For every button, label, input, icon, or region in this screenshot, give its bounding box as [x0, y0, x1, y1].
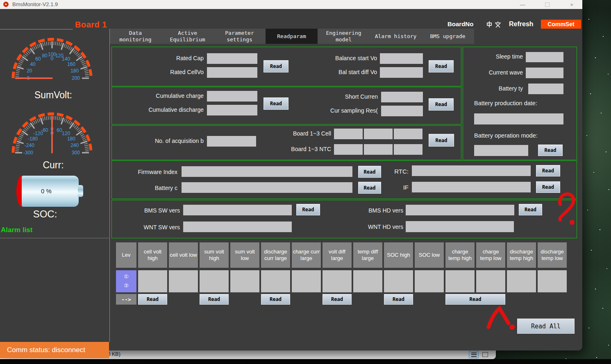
bms-hd-input[interactable] — [406, 205, 514, 215]
read-bms-hd-button[interactable]: Read — [519, 204, 542, 215]
wnt-hd-label: WNT HD vers — [350, 224, 403, 230]
tab-engineering-model[interactable]: Engineeringmodel — [318, 29, 370, 44]
cumulative-discharge-input[interactable] — [207, 105, 257, 115]
table-read-button[interactable]: Read — [384, 294, 413, 305]
read-balance-button[interactable]: Read — [429, 60, 454, 72]
board3-cell-input[interactable] — [394, 129, 422, 139]
read-short-current-button[interactable]: Read — [429, 98, 454, 111]
read-acquisition-button[interactable]: Read — [429, 134, 454, 147]
read-battery-info-button[interactable]: Read — [538, 145, 563, 156]
table-read-button[interactable]: Read — [445, 294, 505, 305]
wnt-sw-input[interactable] — [183, 222, 292, 232]
commset-button[interactable]: CommSet — [541, 20, 581, 29]
read-battery-c-button[interactable]: Read — [358, 182, 381, 194]
board1-cell-input[interactable] — [334, 129, 363, 139]
footer-spacer — [415, 294, 444, 305]
soc-value: 0 % — [22, 188, 71, 194]
thumbnail-view-icon[interactable] — [480, 351, 490, 358]
alarm-value-cell[interactable] — [261, 270, 290, 292]
app-body: Board 1 BoardNo Refresh CommSet Datamoni… — [0, 9, 582, 350]
rated-cap-input[interactable] — [207, 53, 257, 64]
alarm-value-cell[interactable] — [169, 270, 198, 292]
sleep-time-input[interactable] — [526, 52, 563, 62]
current-wave-input[interactable] — [526, 68, 563, 78]
table-read-button[interactable]: Read — [138, 294, 167, 305]
bms-sw-input[interactable] — [183, 205, 292, 215]
tab-parameter-settings[interactable]: Parametersettings — [214, 29, 266, 44]
alarm-table-header: Levcell volt highcell volt lowsum volt h… — [116, 242, 567, 268]
svg-text:80: 80 — [42, 53, 48, 59]
battery-c-input[interactable] — [182, 182, 352, 193]
boardno-button[interactable]: BoardNo — [447, 20, 473, 27]
short-current-input[interactable] — [381, 92, 423, 102]
balance-start-input[interactable] — [380, 53, 423, 64]
battery-type-input[interactable] — [528, 84, 563, 94]
read-all-button[interactable]: Read All — [517, 319, 575, 334]
bal-start-diff-label: Bal start diff Vo — [316, 69, 377, 75]
alarm-value-cell[interactable] — [476, 270, 505, 292]
alarm-value-cell[interactable] — [138, 270, 167, 292]
alarm-table-body: ①② — [116, 270, 567, 292]
read-rated-button[interactable]: Read — [263, 60, 288, 72]
production-date-input[interactable] — [474, 113, 563, 124]
table-read-button[interactable]: Read — [323, 294, 352, 305]
read-bms-sw-button[interactable]: Read — [296, 204, 320, 215]
read-if-button[interactable]: Read — [536, 181, 560, 193]
board2-ntc-input[interactable] — [364, 144, 393, 155]
board-cell-label: Board 1~3 Cell — [283, 130, 331, 137]
alarm-value-cell[interactable] — [384, 270, 413, 292]
close-button[interactable]: × — [565, 0, 579, 9]
alarm-col-header: charge curr large — [292, 242, 321, 268]
wnt-hd-input[interactable] — [406, 221, 514, 232]
firmware-index-label: Firmware Index — [119, 169, 177, 175]
read-rtc-button[interactable]: Read — [536, 165, 560, 176]
cumulative-charge-input[interactable] — [207, 91, 257, 102]
tab-data-monitoring[interactable]: Datamonitoring — [109, 29, 161, 44]
alarm-value-cell[interactable] — [445, 270, 475, 292]
operation-mode-input[interactable] — [474, 145, 528, 156]
tab-active-equilibrium[interactable]: ActiveEquilibrium — [161, 29, 214, 44]
tab-readparam[interactable]: Readparam — [266, 29, 318, 44]
minimize-button[interactable]: — — [516, 0, 529, 9]
alarm-value-cell[interactable] — [353, 270, 382, 292]
alarm-col-header: discharge temp high — [507, 242, 536, 268]
board3-ntc-input[interactable] — [394, 144, 422, 155]
cur-sampling-input[interactable] — [381, 106, 423, 116]
alarm-value-cell[interactable] — [292, 270, 321, 292]
language-toggle-button[interactable] — [486, 21, 502, 28]
sleep-time-label: Sleep time — [471, 53, 523, 60]
alarm-value-cell[interactable] — [200, 270, 229, 292]
cumulative-charge-label: Cumulative charge — [135, 93, 204, 99]
alarm-value-cell[interactable] — [415, 270, 444, 292]
alarm-col-header: cell volt low — [169, 242, 198, 268]
alarm-value-cell[interactable] — [230, 270, 259, 292]
read-firmware-button[interactable]: Read — [358, 166, 381, 178]
rtc-label: RTC: — [385, 168, 409, 175]
alarm-value-cell[interactable] — [507, 270, 536, 292]
bms-hd-label: BMS HD vers — [350, 207, 403, 214]
refresh-button[interactable]: Refresh — [509, 20, 534, 28]
if-input[interactable] — [412, 182, 531, 192]
rated-cellvo-input[interactable] — [207, 67, 257, 78]
alarm-col-lev: Lev — [116, 242, 136, 268]
board2-cell-input[interactable] — [364, 129, 393, 139]
alarm-list-label: Alarm list — [1, 226, 32, 234]
table-read-button[interactable]: Read — [261, 294, 290, 305]
table-read-button[interactable]: Read — [200, 294, 229, 305]
details-view-icon[interactable] — [469, 351, 479, 358]
window-title: BmsMonitor-V2.1.9 — [12, 1, 58, 7]
bal-start-diff-input[interactable] — [380, 67, 423, 78]
board1-ntc-input[interactable] — [334, 144, 363, 155]
alarm-value-cell[interactable] — [538, 270, 567, 292]
firmware-index-input[interactable] — [182, 166, 352, 177]
cur-sampling-label: Cur sampling Res( — [316, 107, 378, 114]
curr-label: Curr: — [0, 160, 107, 171]
tab-bms-upgrade[interactable]: BMS upgrade — [422, 29, 474, 44]
maximize-button[interactable] — [540, 0, 554, 9]
alarm-value-cell[interactable] — [323, 270, 352, 292]
read-cumulative-button[interactable]: Read — [263, 97, 288, 110]
tab-alarm-history[interactable]: Alarm history — [370, 29, 422, 44]
alarm-col-header: discharge temp low — [538, 242, 567, 268]
no-of-acquisition-input[interactable] — [207, 136, 256, 147]
rtc-input[interactable] — [412, 165, 531, 176]
